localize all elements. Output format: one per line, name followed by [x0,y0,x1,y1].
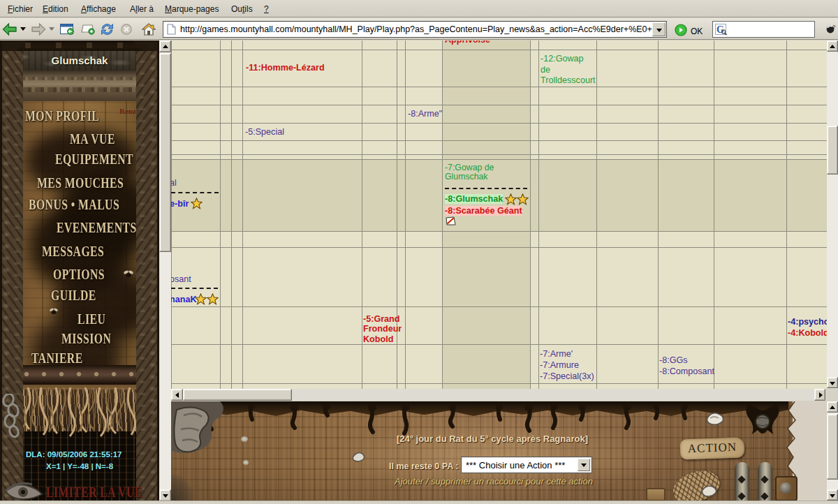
svg-text:?: ? [832,24,836,30]
